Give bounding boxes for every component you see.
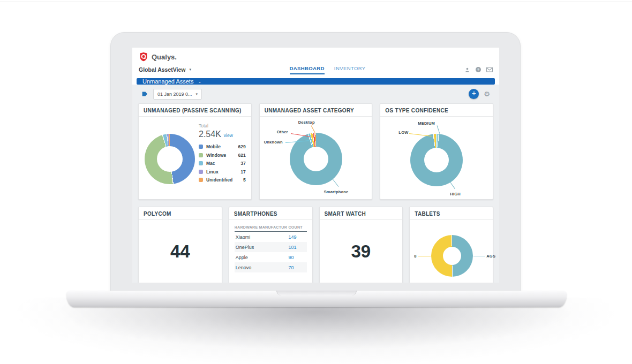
widget-polycom: POLYCOM 44 [138,207,222,283]
leader-line [418,256,431,256]
donut-chart-os-confidence [410,134,463,186]
help-icon[interactable]: ? [475,66,481,73]
donut-chart-passive-scanning [145,134,195,184]
table-row: Lenovo 70 [235,262,307,272]
dashboard-selector[interactable]: Unmanaged Assets ⌄ [137,78,495,85]
laptop-notch [276,291,357,295]
chart-label-ags: AGS [486,254,495,259]
cell-count-link[interactable]: 101 [289,245,306,250]
widget-title: SMART WATCH [320,207,403,220]
table-header: HARDWARE MANUFACTUR COUNT [235,223,307,232]
chart-label-desktop: Desktop [298,120,315,125]
legend-swatch [199,153,203,157]
top-divider [0,2,632,2]
widget-title: UNMANAGED ASSET CATEGORY [260,104,372,117]
legend-value: 5 [243,177,246,183]
legend-value: 629 [238,144,245,149]
cell-manufacturer: Lenovo [236,265,289,270]
widget-title: OS TYPE CONFIDENCE [380,104,493,117]
date-filter-value: 01 Jan 2019 0... [157,92,192,97]
donut-chart-asset-category [290,133,342,185]
filter-toolbar: 01 Jan 2019 0... ▾ + ⚙ [138,85,493,103]
widget-unmanaged-asset-category: UNMANAGED ASSET CATEGORY Desktop Other U… [259,103,373,200]
qualys-logo-icon [139,52,148,62]
leader-line [449,180,455,189]
chart-legend: Mobile 629 Windows 621 [199,144,246,183]
leader-line [311,125,315,133]
donut-chart-tablets [431,235,473,277]
mail-icon[interactable] [486,66,493,73]
widgets-row-2: POLYCOM 44 SMARTPHONES HARDWARE MANUFACT… [138,207,493,283]
chart-area: 8 AGS [410,220,493,283]
legend-item: Unidentified 5 [199,177,246,183]
legend-item: Mobile 629 [199,144,246,149]
legend-label: Unidentified [206,177,240,183]
widget-title: TABLETS [410,207,493,220]
user-icon[interactable] [464,66,470,73]
chart-label-smartphone: Smartphone [324,189,349,194]
chart-area: MEDIUM LOW HIGH [380,117,493,197]
legend-value: 621 [238,153,245,158]
laptop-shadow-inner [48,303,584,351]
widget-smart-watch: SMART WATCH 39 [319,207,403,283]
legend-item: Mac 37 [199,161,246,166]
legend-item: Linux 17 [199,169,246,175]
settings-gear-icon[interactable]: ⚙ [484,90,490,98]
legend-swatch [199,145,203,149]
widget-os-type-confidence: OS TYPE CONFIDENCE MEDIUM LOW HIGH [380,103,493,200]
laptop-base [66,291,567,307]
legend-label: Linux [206,169,237,175]
chevron-down-icon: ⌄ [198,79,201,84]
count-value: 44 [139,241,222,262]
column-header-count: COUNT [289,225,307,229]
header-icons: ? [464,66,493,73]
brand-name: Qualys. [152,53,177,61]
widgets-row-1: UNMANAGED (PASSIVE SCANNING) Total 2.5 [138,103,493,200]
legend-item: Windows 621 [199,153,246,158]
tab-inventory[interactable]: INVENTORY [334,65,366,74]
context-switcher[interactable]: Global AssetView ▾ [139,66,191,73]
table-row: OnePlus 101 [235,242,307,252]
legend-value: 17 [240,169,245,175]
total-label: Total [199,123,246,128]
tag-icon [141,90,148,97]
widget-tablets: TABLETS 8 AGS [409,207,493,283]
smartphones-table: HARDWARE MANUFACTUR COUNT Xiaomi 149 One… [229,220,312,272]
view-link[interactable]: view [224,133,233,138]
cell-manufacturer: OnePlus [236,245,289,250]
app-header: Qualys. Global AssetView ▾ DASHBOARD INV… [132,48,499,76]
chart-area: Desktop Other Unknown Smartphone [260,117,372,197]
add-widget-button[interactable]: + [469,89,479,99]
chevron-down-icon: ▾ [196,92,198,96]
chart-label-8: 8 [414,254,416,259]
cell-count-link[interactable]: 90 [289,255,306,260]
widget-title: POLYCOM [139,207,222,220]
legend-label: Windows [206,153,235,158]
tab-dashboard[interactable]: DASHBOARD [290,65,325,74]
chart-label-high: HIGH [450,192,461,196]
cell-count-link[interactable]: 70 [289,265,306,270]
cell-count-link[interactable]: 149 [289,234,306,240]
legend-swatch [199,170,203,174]
date-filter-dropdown[interactable]: 01 Jan 2019 0... ▾ [153,89,202,100]
legend-swatch [199,161,203,165]
leader-line [473,256,485,256]
table-row: Apple 90 [235,252,307,262]
chart-label-low: LOW [398,130,408,135]
dashboard-name: Unmanaged Assets [142,78,193,85]
laptop-screen-bezel: Qualys. Global AssetView ▾ DASHBOARD INV… [110,32,521,293]
cell-manufacturer: Xiaomi [236,234,289,240]
legend-swatch [199,178,203,182]
legend-label: Mac [206,161,237,166]
chart-label-unknown: Unknown [264,140,283,145]
widget-title: SMARTPHONES [229,207,312,220]
cell-manufacturer: Apple [236,255,289,260]
main-tabs: DASHBOARD INVENTORY [191,65,464,74]
context-label: Global AssetView [139,66,186,73]
column-header-manufacturer: HARDWARE MANUFACTUR [235,225,289,229]
widget-unmanaged-passive-scanning: UNMANAGED (PASSIVE SCANNING) Total 2.5 [138,103,252,200]
legend-value: 37 [240,161,245,166]
widget-title: UNMANAGED (PASSIVE SCANNING) [139,104,251,117]
legend-label: Mobile [206,144,235,149]
total-value: 2.54K [199,130,221,139]
